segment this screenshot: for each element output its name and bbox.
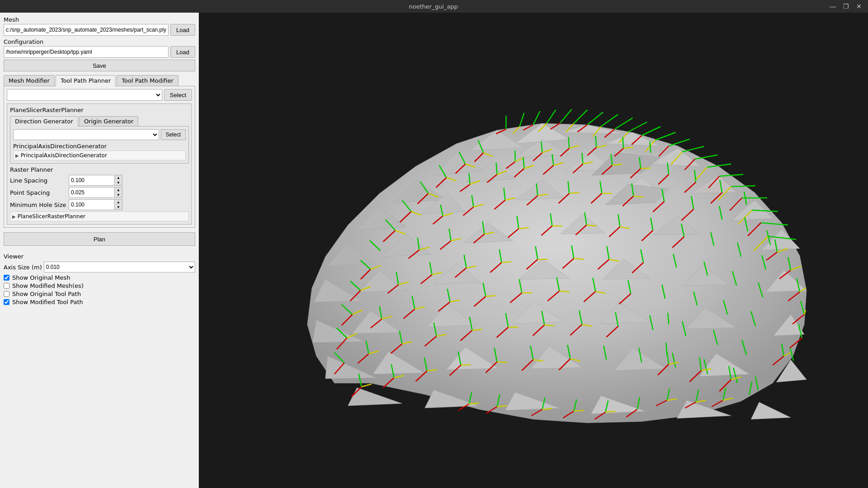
show-original-tool-path-label: Show Original Tool Path	[12, 291, 81, 297]
point-spacing-input[interactable]	[69, 188, 114, 197]
direction-generator-tree-item[interactable]: ▶ PrincipalAxisDirectionGenerator	[13, 150, 186, 160]
raster-section: Raster Planner Line Spacing ▲ ▼	[10, 166, 189, 221]
show-original-mesh-checkbox[interactable]	[4, 275, 9, 281]
show-original-mesh-label: Show Original Mesh	[12, 274, 70, 281]
3d-viewport[interactable]	[199, 13, 868, 488]
save-button[interactable]: Save	[4, 60, 195, 71]
svg-line-327	[497, 362, 507, 362]
show-original-tool-path-row[interactable]: Show Original Tool Path	[4, 291, 195, 297]
svg-line-326	[461, 365, 471, 365]
axis-row: Axis Size (m) 0.010	[4, 262, 195, 272]
inner-tab-origin-generator[interactable]: Origin Generator	[79, 116, 138, 126]
min-hole-size-label: Minimum Hole Size	[10, 202, 69, 208]
raster-planner-tree-item[interactable]: ▶ PlaneSlicerRasterPlanner	[10, 211, 189, 221]
mesh-label: Mesh	[4, 16, 195, 23]
axis-size-select[interactable]: 0.010	[44, 262, 195, 272]
viewer-section: Viewer Axis Size (m) 0.010 Show Original…	[4, 251, 195, 307]
plan-button[interactable]: Plan	[4, 232, 195, 246]
minimize-button[interactable]: —	[827, 2, 839, 11]
min-hole-size-input[interactable]	[69, 200, 114, 210]
show-modified-meshes-checkbox[interactable]	[4, 283, 9, 289]
title-bar: noether_gui_app — ❐ ✕	[0, 0, 868, 13]
restore-button[interactable]: ❐	[840, 2, 852, 11]
point-spacing-row: Point Spacing ▲ ▼	[10, 187, 189, 198]
raster-title: Raster Planner	[10, 166, 189, 173]
min-hole-size-spinner: ▲ ▼	[114, 200, 122, 210]
tab-mesh-modifier[interactable]: Mesh Modifier	[4, 75, 55, 86]
line-spacing-down[interactable]: ▼	[115, 180, 122, 185]
min-hole-size-row: Minimum Hole Size ▲ ▼	[10, 199, 189, 210]
tab-bar: Mesh Modifier Tool Path Planner Tool Pat…	[4, 75, 195, 86]
mesh-visualization	[199, 13, 868, 488]
show-modified-tool-path-label: Show Modified Tool Path	[12, 299, 83, 305]
inner-tab-direction-generator[interactable]: Direction Generator	[10, 116, 78, 127]
line-spacing-input-wrap: ▲ ▼	[69, 175, 122, 186]
tab-content: Select PlaneSlicerRasterPlanner Directio…	[4, 86, 195, 228]
window-controls: — ❐ ✕	[827, 2, 864, 11]
planner-select-button[interactable]: Select	[164, 89, 192, 101]
raster-planner-tree-label: PlaneSlicerRasterPlanner	[18, 213, 85, 220]
line-spacing-up[interactable]: ▲	[115, 175, 122, 180]
point-spacing-input-wrap: ▲ ▼	[69, 187, 122, 198]
show-modified-tool-path-row[interactable]: Show Modified Tool Path	[4, 299, 195, 305]
planner-box-title: PlaneSlicerRasterPlanner	[10, 107, 189, 113]
min-hole-size-down[interactable]: ▼	[115, 205, 122, 210]
viewer-label: Viewer	[4, 253, 195, 260]
line-spacing-row: Line Spacing ▲ ▼	[10, 175, 189, 186]
min-hole-size-input-wrap: ▲ ▼	[69, 199, 122, 210]
tab-tool-path-modifier[interactable]: Tool Path Modifier	[117, 75, 178, 86]
tab-tool-path-planner[interactable]: Tool Path Planner	[56, 75, 116, 86]
inner-tab-bar: Direction Generator Origin Generator	[10, 116, 189, 127]
main-tabs: Mesh Modifier Tool Path Planner Tool Pat…	[4, 74, 195, 228]
configuration-section: Configuration Load Save	[4, 38, 195, 71]
mesh-row: Load	[4, 24, 195, 36]
left-panel: Mesh Load Configuration Load Save Mesh M…	[0, 13, 199, 488]
planner-box: PlaneSlicerRasterPlanner Direction Gener…	[7, 103, 192, 225]
config-load-button[interactable]: Load	[170, 46, 195, 58]
line-spacing-spinner: ▲ ▼	[114, 175, 122, 185]
svg-line-173	[641, 168, 651, 169]
point-spacing-down[interactable]: ▼	[115, 192, 122, 197]
planner-dropdown[interactable]	[7, 89, 162, 101]
generator-label: PrincipalAxisDirectionGenerator	[13, 143, 186, 150]
line-spacing-label: Line Spacing	[10, 177, 69, 184]
config-row: Load	[4, 46, 195, 58]
show-original-tool-path-checkbox[interactable]	[4, 291, 9, 297]
tree-arrow-icon: ▶	[15, 153, 19, 158]
show-modified-tool-path-checkbox[interactable]	[4, 299, 9, 305]
point-spacing-label: Point Spacing	[10, 189, 69, 196]
line-spacing-input[interactable]	[69, 175, 114, 185]
direction-generator-tree-label: PrincipalAxisDirectionGenerator	[21, 152, 107, 159]
inner-tab-content: Select PrincipalAxisDirectionGenerator ▶…	[10, 127, 189, 164]
mesh-section: Mesh Load	[4, 16, 195, 36]
point-spacing-spinner: ▲ ▼	[114, 188, 122, 197]
planner-selector-row: Select	[7, 89, 192, 101]
close-button[interactable]: ✕	[854, 2, 864, 11]
window-title: noether_gui_app	[40, 3, 827, 10]
config-path-input[interactable]	[4, 46, 169, 58]
main-container: Mesh Load Configuration Load Save Mesh M…	[0, 13, 868, 488]
mesh-path-input[interactable]	[4, 24, 169, 36]
axis-size-label: Axis Size (m)	[4, 264, 42, 271]
direction-selector-row: Select	[13, 129, 186, 140]
raster-tree-arrow-icon: ▶	[12, 214, 16, 219]
show-modified-meshes-label: Show Modified Mesh(es)	[12, 282, 84, 289]
show-modified-meshes-row[interactable]: Show Modified Mesh(es)	[4, 282, 195, 289]
direction-select-button[interactable]: Select	[161, 129, 186, 140]
point-spacing-up[interactable]: ▲	[115, 188, 122, 192]
mesh-load-button[interactable]: Load	[170, 24, 195, 36]
min-hole-size-up[interactable]: ▲	[115, 200, 122, 205]
show-original-mesh-row[interactable]: Show Original Mesh	[4, 274, 195, 281]
direction-dropdown[interactable]	[13, 129, 159, 140]
configuration-label: Configuration	[4, 38, 195, 45]
